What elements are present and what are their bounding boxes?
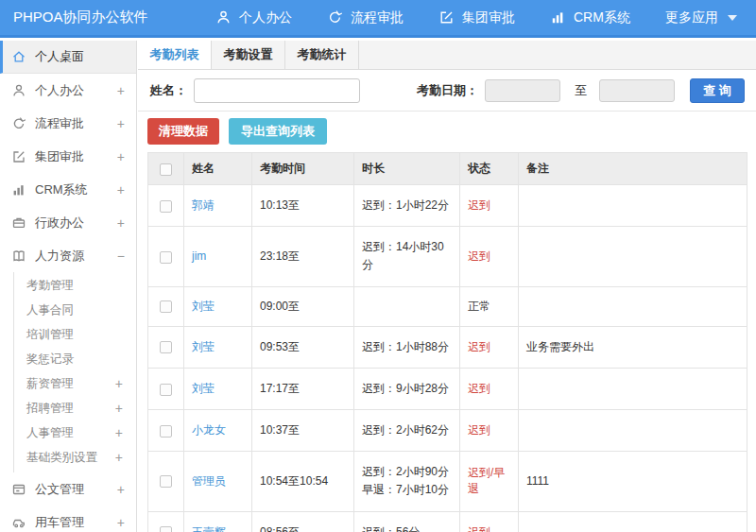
sidebar-subitem-attendance-management[interactable]: 考勤管理: [14, 273, 136, 298]
chart-icon: [11, 182, 26, 197]
time-cell: 23:18至: [252, 227, 354, 286]
row-checkbox[interactable]: [160, 526, 172, 532]
tab-attendance-settings[interactable]: 考勤设置: [212, 41, 285, 69]
nav-item-group-approval[interactable]: 集团审批: [438, 9, 515, 26]
sidebar: 个人桌面个人办公+流程审批+集团审批+CRM系统+行政办公+人力资源−考勤管理人…: [0, 41, 137, 532]
nav-item-workflow-approval[interactable]: 流程审批: [327, 9, 404, 26]
sidebar-subitem-salary-management[interactable]: 薪资管理+: [14, 371, 136, 396]
expand-icon: +: [117, 83, 125, 98]
status-cell: 迟到: [460, 409, 519, 451]
sidebar-item-label: 集团审批: [35, 148, 117, 165]
name-link[interactable]: 王壹辉: [192, 525, 226, 532]
filter-bar: 姓名： 考勤日期： 至 查 询: [138, 70, 756, 112]
sidebar-subitem-label: 基础类别设置: [26, 450, 115, 466]
name-link[interactable]: 刘莹: [192, 300, 215, 313]
name-cell: 管理员: [184, 452, 252, 511]
nav-item-more-apps[interactable]: 更多应用: [665, 9, 737, 26]
sidebar-subitem-reward-punishment[interactable]: 奖惩记录: [14, 347, 136, 371]
row-checkbox[interactable]: [160, 425, 172, 438]
clear-data-button[interactable]: 清理数据: [147, 118, 219, 145]
status-badge: 正常: [468, 300, 490, 313]
row-checkbox[interactable]: [160, 475, 172, 488]
status-badge: 迟到: [468, 340, 490, 353]
sidebar-subitem-label: 人事合同: [26, 302, 123, 318]
sidebar-item-human-resources[interactable]: 人力资源−: [0, 239, 136, 272]
sidebar-item-group-approval[interactable]: 集团审批+: [0, 140, 136, 173]
name-link[interactable]: 刘莹: [192, 382, 215, 395]
row-checkbox[interactable]: [160, 200, 172, 213]
sidebar-item-doc-management[interactable]: 公文管理+: [0, 472, 136, 506]
nav-item-label: 集团审批: [462, 9, 515, 26]
sidebar-subitem-hr-contract[interactable]: 人事合同: [14, 298, 136, 322]
time-cell: 17:17至: [252, 368, 354, 409]
nav-item-crm-system[interactable]: CRM系统: [550, 9, 630, 26]
sidebar-item-personal-office[interactable]: 个人办公+: [0, 74, 136, 107]
time-cell: 09:53至: [252, 326, 354, 368]
note-cell: [519, 409, 747, 451]
status-badge: 迟到: [468, 423, 490, 437]
select-all-checkbox[interactable]: [160, 163, 172, 176]
column-header: 姓名: [184, 153, 252, 185]
tab-attendance-list[interactable]: 考勤列表: [138, 41, 212, 69]
sidebar-item-label: CRM系统: [35, 181, 117, 198]
row-checkbox[interactable]: [160, 251, 172, 264]
sidebar-subitem-training-management[interactable]: 培训管理: [14, 322, 136, 347]
time-cell: 08:56至: [252, 511, 354, 532]
book-icon: [11, 249, 26, 264]
status-badge: 迟到: [468, 525, 490, 532]
sidebar-subitem-label: 薪资管理: [26, 376, 115, 392]
table-row: 刘莹09:53至迟到：1小时88分迟到业务需要外出: [148, 326, 747, 368]
sidebar-item-label: 公文管理: [35, 481, 117, 498]
home-icon: [11, 49, 26, 64]
status-badge: 迟到: [468, 382, 490, 395]
name-link[interactable]: 小龙女: [192, 423, 226, 437]
row-checkbox[interactable]: [160, 300, 172, 313]
sidebar-item-crm-system[interactable]: CRM系统+: [0, 173, 136, 206]
name-link[interactable]: 刘莹: [192, 340, 215, 353]
name-cell: 郭靖: [184, 185, 252, 227]
tab-attendance-stats[interactable]: 考勤统计: [285, 41, 359, 69]
expand-icon: +: [117, 116, 125, 131]
date-from-input[interactable]: [485, 79, 560, 102]
status-cell: 正常: [460, 286, 519, 326]
row-checkbox-cell: [148, 511, 184, 532]
status-badge: 迟到/早退: [468, 466, 505, 495]
duration-cell: 迟到：14小时30分: [354, 227, 460, 286]
expand-icon: −: [117, 249, 125, 264]
name-input[interactable]: [194, 78, 360, 103]
name-link[interactable]: jim: [192, 249, 206, 263]
sidebar-item-vehicle-management[interactable]: 用车管理+: [0, 506, 136, 532]
sidebar-item-workflow-approval[interactable]: 流程审批+: [0, 107, 136, 140]
table-row: 小龙女10:37至迟到：2小时62分迟到: [148, 409, 747, 451]
chart-icon: [550, 9, 566, 26]
expand-icon: +: [115, 450, 123, 465]
column-header: 状态: [460, 153, 519, 185]
expand-icon: +: [115, 376, 123, 391]
flow-icon: [327, 9, 343, 26]
sidebar-subitem-recruitment-management[interactable]: 招聘管理+: [14, 396, 136, 420]
note-cell: [519, 286, 747, 326]
search-button[interactable]: 查 询: [690, 78, 745, 103]
sidebar-item-personal-desktop[interactable]: 个人桌面: [0, 41, 136, 74]
export-list-button[interactable]: 导出查询列表: [229, 118, 327, 145]
sidebar-item-admin-office[interactable]: 行政办公+: [0, 206, 136, 239]
name-link[interactable]: 管理员: [192, 474, 226, 488]
sidebar-subitem-label: 招聘管理: [26, 401, 115, 417]
nav-item-personal-office[interactable]: 个人办公: [215, 9, 292, 26]
nav-item-label: 流程审批: [351, 9, 404, 26]
table-row: jim23:18至迟到：14小时30分迟到: [148, 227, 747, 286]
time-cell: 10:37至: [252, 409, 354, 451]
sidebar-subitem-basic-category-settings[interactable]: 基础类别设置+: [14, 445, 136, 470]
to-label: 至: [575, 82, 587, 99]
sidebar-item-label: 流程审批: [35, 115, 117, 132]
row-checkbox[interactable]: [160, 384, 172, 396]
sidebar-subitem-personnel-management[interactable]: 人事管理+: [14, 420, 136, 445]
name-link[interactable]: 郭靖: [192, 198, 215, 212]
sidebar-item-label: 行政办公: [35, 215, 117, 232]
row-checkbox[interactable]: [160, 341, 172, 353]
time-cell: 09:00至: [252, 286, 354, 326]
sidebar-subitem-label: 人事管理: [26, 425, 115, 441]
date-to-input[interactable]: [599, 79, 675, 102]
status-cell: 迟到: [460, 511, 519, 532]
table-header-row: 姓名考勤时间时长状态备注: [148, 153, 747, 185]
